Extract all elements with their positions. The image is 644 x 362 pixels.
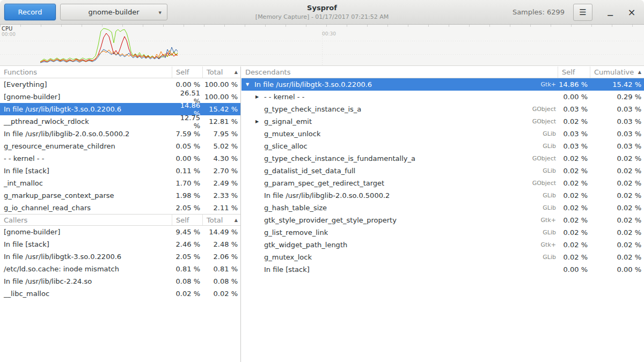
functions-total-column-header[interactable]: Total ▲	[203, 67, 240, 78]
self-value: 0.03 %	[558, 105, 590, 113]
descendant-row[interactable]: g_type_check_instance_is_fundamentally_a…	[241, 152, 644, 165]
library-tag: GObject	[525, 155, 558, 162]
cpu-label: CPU	[2, 26, 12, 32]
self-value: 0.02 %	[558, 191, 590, 200]
callers-header-row: Callers Self Total ▲	[0, 214, 240, 226]
hamburger-icon: ☰	[579, 8, 586, 17]
function-row-name: __pthread_rwlock_rdlock	[0, 117, 172, 125]
total-value: 15.42 %	[203, 105, 240, 113]
callers-column-header[interactable]: Callers	[0, 215, 172, 225]
close-button[interactable]: ×	[624, 4, 640, 21]
descendant-row[interactable]: gtk_style_provider_get_style_propertyGtk…	[241, 214, 644, 226]
descendant-name: g_param_spec_get_redirect_target	[264, 179, 384, 187]
header-bar: Record gnome-builder ▼ Sysprof [Memory C…	[0, 0, 644, 25]
descendant-name: g_type_check_instance_is_a	[264, 105, 361, 113]
descendant-name-cell: g_type_check_instance_is_fundamentally_a	[241, 154, 525, 162]
descendant-row[interactable]: g_slice_allocGLib0.03 %0.03 %	[241, 140, 644, 152]
minimize-button[interactable]: −	[602, 4, 618, 21]
descendant-row[interactable]: g_mutex_lockGLib0.02 %0.02 %	[241, 251, 644, 263]
total-value: 0.02 %	[203, 290, 240, 298]
process-selector-dropdown[interactable]: gnome-builder ▼	[60, 4, 167, 20]
function-row[interactable]: - - kernel - -0.00 %4.30 %	[0, 152, 240, 165]
descendants-self-column-header[interactable]: Self	[558, 67, 590, 78]
callers-total-column-header[interactable]: Total ▲	[203, 215, 240, 225]
caller-row[interactable]: [gnome-builder]9.45 %14.49 %	[0, 226, 240, 238]
descendant-row[interactable]: In file /usr/lib/libglib-2.0.so.0.5000.2…	[241, 189, 644, 202]
descendant-name: g_slice_alloc	[264, 142, 308, 150]
total-value: 100.00 %	[203, 80, 240, 88]
function-row[interactable]: g_resource_enumerate_children0.05 %5.02 …	[0, 140, 240, 152]
descendant-row[interactable]: In file [stack]0.00 %0.00 %	[241, 263, 644, 276]
function-row[interactable]: _int_malloc1.70 %2.49 %	[0, 177, 240, 189]
caller-row[interactable]: In file /usr/lib/libgtk-3.so.0.2200.62.0…	[0, 250, 240, 263]
cpu-graph[interactable]: CPU 00:00 00:30	[0, 25, 644, 66]
self-value: 0.02 %	[172, 290, 203, 298]
function-row[interactable]: [Everything]0.00 %100.00 %	[0, 78, 240, 91]
descendant-row[interactable]: g_type_check_instance_is_aGObject0.03 %0…	[241, 103, 644, 115]
record-button[interactable]: Record	[4, 4, 56, 20]
descendants-column-header[interactable]: Descendants	[241, 67, 558, 78]
library-tag: GLib	[525, 254, 558, 261]
total-value: 2.48 %	[203, 240, 240, 248]
descendant-row[interactable]: ▶- - kernel - -0.00 %0.29 %	[241, 91, 644, 103]
descendant-row[interactable]: g_datalist_id_set_data_fullGLib0.02 %0.0…	[241, 165, 644, 177]
descendant-row[interactable]: g_hash_table_sizeGLib0.02 %0.02 %	[241, 202, 644, 214]
self-value: 0.02 %	[558, 241, 590, 249]
window-title-block: Sysprof [Memory Capture] - 01/17/2017 07…	[255, 4, 389, 20]
cumulative-value: 0.02 %	[590, 241, 644, 249]
function-row-name: g_io_channel_read_chars	[0, 204, 172, 212]
descendants-cumulative-column-header[interactable]: Cumulative ▲	[590, 67, 644, 78]
function-row[interactable]: __pthread_rwlock_rdlock12.75 %12.81 %	[0, 115, 240, 128]
total-value: 2.11 %	[203, 204, 240, 212]
right-panel: Descendants Self Cumulative ▲ ▼In file /…	[241, 67, 644, 362]
function-row[interactable]: g_io_channel_read_chars2.05 %2.11 %	[0, 202, 240, 214]
callers-self-column-header[interactable]: Self	[172, 215, 203, 225]
descendant-name: g_hash_table_size	[264, 204, 327, 212]
descendant-row[interactable]: gtk_widget_path_lengthGtk+0.02 %0.02 %	[241, 239, 644, 251]
descendant-name: In file /usr/lib/libgtk-3.so.0.2200.6	[254, 80, 372, 88]
function-row-name: g_resource_enumerate_children	[0, 142, 172, 150]
functions-total-label: Total	[207, 68, 223, 76]
cumulative-value: 0.03 %	[590, 130, 644, 138]
descendant-row[interactable]: g_param_spec_get_redirect_targetGObject0…	[241, 177, 644, 189]
function-row[interactable]: In file /usr/lib/libglib-2.0.so.0.5000.2…	[0, 128, 240, 140]
function-row[interactable]: g_markup_parse_context_parse1.98 %2.33 %	[0, 189, 240, 202]
expander-collapsed-icon[interactable]: ▶	[255, 94, 264, 99]
descendant-row[interactable]: ▶g_signal_emitGObject0.02 %0.03 %	[241, 115, 644, 128]
descendant-name-cell: ▶- - kernel - -	[241, 93, 525, 101]
chevron-down-icon: ▼	[159, 11, 162, 15]
descendant-row[interactable]: ▼In file /usr/lib/libgtk-3.so.0.2200.6Gt…	[241, 78, 644, 91]
self-value: 0.02 %	[558, 179, 590, 187]
caller-row[interactable]: In file [stack]2.46 %2.48 %	[0, 238, 240, 250]
descendant-name: gtk_style_provider_get_style_property	[264, 216, 397, 224]
menu-button[interactable]: ☰	[573, 4, 592, 21]
descendant-name: In file [stack]	[264, 265, 310, 274]
descendant-row[interactable]: g_list_remove_linkGLib0.02 %0.02 %	[241, 226, 644, 239]
descendant-name-cell: ▶g_signal_emit	[241, 117, 525, 125]
caller-row-name: In file /usr/lib/libgtk-3.so.0.2200.6	[0, 253, 172, 261]
total-value: 4.30 %	[203, 154, 240, 162]
functions-self-column-header[interactable]: Self	[172, 67, 203, 78]
expander-collapsed-icon[interactable]: ▶	[255, 119, 264, 124]
caller-row[interactable]: In file /usr/lib/libc-2.24.so0.08 %0.08 …	[0, 275, 240, 287]
sysprof-window: Record gnome-builder ▼ Sysprof [Memory C…	[0, 0, 644, 362]
library-tag: GLib	[525, 192, 558, 199]
self-value: 0.02 %	[558, 204, 590, 212]
descendant-row[interactable]: g_mutex_unlockGLib0.03 %0.03 %	[241, 128, 644, 140]
function-row[interactable]: [gnome-builder]26.51 %100.00 %	[0, 91, 240, 103]
self-value: 14.86 %	[558, 80, 590, 88]
caller-row[interactable]: __libc_malloc0.02 %0.02 %	[0, 287, 240, 300]
cumulative-value: 0.03 %	[590, 117, 644, 125]
functions-column-header[interactable]: Functions	[0, 67, 172, 78]
function-row[interactable]: In file [stack]0.11 %2.70 %	[0, 165, 240, 177]
library-tag: Gtk+	[525, 217, 558, 224]
sort-ascending-icon: ▲	[235, 218, 240, 223]
self-value: 0.02 %	[558, 228, 590, 237]
caller-row[interactable]: /etc/ld.so.cache: inode mismatch0.81 %0.…	[0, 263, 240, 275]
descendant-name-cell: g_hash_table_size	[241, 204, 525, 212]
function-row[interactable]: In file /usr/lib/libgtk-3.so.0.2200.614.…	[0, 103, 240, 115]
callers-total-label: Total	[207, 216, 223, 224]
self-value: 0.05 %	[172, 142, 203, 150]
descendant-name-cell: g_param_spec_get_redirect_target	[241, 179, 525, 187]
expander-expanded-icon[interactable]: ▼	[246, 82, 254, 87]
